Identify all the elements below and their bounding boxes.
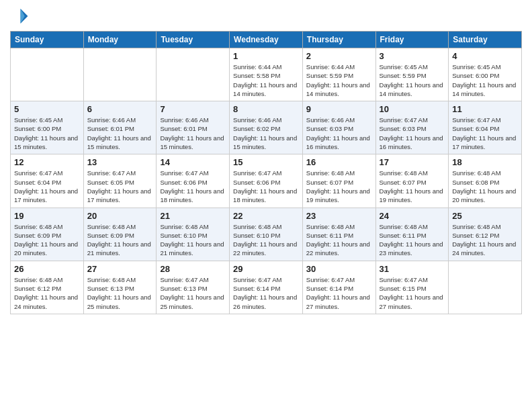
calendar-week-row: 12 Sunrise: 6:47 AMSunset: 6:04 PMDaylig… [11,154,522,208]
calendar-cell: 1 Sunrise: 6:44 AMSunset: 5:58 PMDayligh… [230,48,303,101]
day-number: 25 [452,211,518,221]
calendar-cell: 5 Sunrise: 6:45 AMSunset: 6:00 PMDayligh… [11,101,84,154]
calendar-cell: 9 Sunrise: 6:46 AMSunset: 6:03 PMDayligh… [302,101,375,154]
calendar-table: SundayMondayTuesdayWednesdayThursdayFrid… [10,31,522,314]
day-info: Sunrise: 6:45 AMSunset: 5:59 PMDaylight:… [380,62,445,98]
day-info: Sunrise: 6:48 AMSunset: 6:07 PMDaylight:… [306,169,372,204]
calendar-page: SundayMondayTuesdayWednesdayThursdayFrid… [0,0,532,411]
calendar-cell: 25 Sunrise: 6:48 AMSunset: 6:12 PMDaylig… [449,208,522,261]
day-info: Sunrise: 6:47 AMSunset: 6:04 PMDaylight:… [452,116,518,151]
weekday-header: Monday [83,32,157,48]
calendar-cell: 27 Sunrise: 6:48 AMSunset: 6:13 PMDaylig… [83,261,157,314]
calendar-cell: 8 Sunrise: 6:46 AMSunset: 6:02 PMDayligh… [230,101,303,154]
day-info: Sunrise: 6:48 AMSunset: 6:11 PMDaylight:… [380,222,445,258]
weekday-header: Wednesday [230,32,303,48]
day-info: Sunrise: 6:47 AMSunset: 6:04 PMDaylight:… [14,169,80,204]
day-info: Sunrise: 6:48 AMSunset: 6:13 PMDaylight:… [87,275,153,311]
day-number: 22 [233,211,299,221]
day-info: Sunrise: 6:48 AMSunset: 6:09 PMDaylight:… [87,222,153,258]
day-info: Sunrise: 6:48 AMSunset: 6:07 PMDaylight:… [380,169,445,204]
calendar-cell: 30 Sunrise: 6:47 AMSunset: 6:14 PMDaylig… [302,261,375,314]
day-info: Sunrise: 6:48 AMSunset: 6:09 PMDaylight:… [14,222,80,258]
day-info: Sunrise: 6:48 AMSunset: 6:10 PMDaylight:… [233,222,299,258]
weekday-header: Saturday [449,32,522,48]
day-number: 6 [87,104,153,114]
day-info: Sunrise: 6:45 AMSunset: 6:00 PMDaylight:… [14,116,80,151]
day-number: 20 [87,211,153,221]
day-number: 18 [452,157,518,167]
logo-icon [10,7,29,26]
day-number: 31 [380,264,445,274]
weekday-header-row: SundayMondayTuesdayWednesdayThursdayFrid… [11,32,522,48]
day-info: Sunrise: 6:48 AMSunset: 6:08 PMDaylight:… [452,169,518,204]
day-info: Sunrise: 6:45 AMSunset: 6:00 PMDaylight:… [452,62,518,98]
calendar-cell [11,48,84,101]
day-number: 27 [87,264,153,274]
calendar-cell: 11 Sunrise: 6:47 AMSunset: 6:04 PMDaylig… [449,101,522,154]
day-info: Sunrise: 6:47 AMSunset: 6:03 PMDaylight:… [380,116,445,151]
weekday-header: Sunday [11,32,84,48]
calendar-cell: 7 Sunrise: 6:46 AMSunset: 6:01 PMDayligh… [157,101,230,154]
day-info: Sunrise: 6:47 AMSunset: 6:05 PMDaylight:… [87,169,153,204]
calendar-cell: 2 Sunrise: 6:44 AMSunset: 5:59 PMDayligh… [302,48,375,101]
day-info: Sunrise: 6:46 AMSunset: 6:01 PMDaylight:… [160,116,226,151]
day-number: 24 [380,211,445,221]
header [10,7,522,26]
day-number: 28 [160,264,226,274]
calendar-cell: 16 Sunrise: 6:48 AMSunset: 6:07 PMDaylig… [302,154,375,208]
day-number: 8 [233,104,299,114]
weekday-header: Tuesday [157,32,230,48]
calendar-cell: 23 Sunrise: 6:48 AMSunset: 6:11 PMDaylig… [302,208,375,261]
day-number: 12 [14,157,80,167]
day-info: Sunrise: 6:47 AMSunset: 6:06 PMDaylight:… [160,169,226,204]
calendar-cell: 22 Sunrise: 6:48 AMSunset: 6:10 PMDaylig… [230,208,303,261]
day-number: 30 [306,264,372,274]
day-number: 4 [452,51,518,61]
calendar-cell [449,261,522,314]
day-number: 2 [306,51,372,61]
weekday-header: Friday [375,32,449,48]
calendar-week-row: 5 Sunrise: 6:45 AMSunset: 6:00 PMDayligh… [11,101,522,154]
day-number: 3 [380,51,445,61]
calendar-cell: 26 Sunrise: 6:48 AMSunset: 6:12 PMDaylig… [11,261,84,314]
calendar-cell: 29 Sunrise: 6:47 AMSunset: 6:14 PMDaylig… [230,261,303,314]
calendar-week-row: 26 Sunrise: 6:48 AMSunset: 6:12 PMDaylig… [11,261,522,314]
logo [10,7,32,26]
calendar-cell: 20 Sunrise: 6:48 AMSunset: 6:09 PMDaylig… [83,208,157,261]
calendar-cell: 13 Sunrise: 6:47 AMSunset: 6:05 PMDaylig… [83,154,157,208]
day-info: Sunrise: 6:47 AMSunset: 6:06 PMDaylight:… [233,169,299,204]
day-info: Sunrise: 6:48 AMSunset: 6:10 PMDaylight:… [160,222,226,258]
day-info: Sunrise: 6:48 AMSunset: 6:11 PMDaylight:… [306,222,372,258]
day-number: 9 [306,104,372,114]
day-number: 14 [160,157,226,167]
day-number: 29 [233,264,299,274]
day-number: 23 [306,211,372,221]
day-number: 11 [452,104,518,114]
day-info: Sunrise: 6:46 AMSunset: 6:01 PMDaylight:… [87,116,153,151]
calendar-cell: 17 Sunrise: 6:48 AMSunset: 6:07 PMDaylig… [375,154,449,208]
calendar-week-row: 19 Sunrise: 6:48 AMSunset: 6:09 PMDaylig… [11,208,522,261]
day-number: 7 [160,104,226,114]
day-number: 26 [14,264,80,274]
calendar-cell: 18 Sunrise: 6:48 AMSunset: 6:08 PMDaylig… [449,154,522,208]
calendar-cell: 14 Sunrise: 6:47 AMSunset: 6:06 PMDaylig… [157,154,230,208]
calendar-cell: 3 Sunrise: 6:45 AMSunset: 5:59 PMDayligh… [375,48,449,101]
day-info: Sunrise: 6:47 AMSunset: 6:14 PMDaylight:… [306,275,372,311]
calendar-cell: 10 Sunrise: 6:47 AMSunset: 6:03 PMDaylig… [375,101,449,154]
weekday-header: Thursday [302,32,375,48]
calendar-cell: 24 Sunrise: 6:48 AMSunset: 6:11 PMDaylig… [375,208,449,261]
day-info: Sunrise: 6:47 AMSunset: 6:13 PMDaylight:… [160,275,226,311]
day-number: 21 [160,211,226,221]
day-number: 10 [380,104,445,114]
calendar-week-row: 1 Sunrise: 6:44 AMSunset: 5:58 PMDayligh… [11,48,522,101]
day-info: Sunrise: 6:46 AMSunset: 6:02 PMDaylight:… [233,116,299,151]
calendar-cell: 31 Sunrise: 6:47 AMSunset: 6:15 PMDaylig… [375,261,449,314]
calendar-cell: 4 Sunrise: 6:45 AMSunset: 6:00 PMDayligh… [449,48,522,101]
calendar-cell: 21 Sunrise: 6:48 AMSunset: 6:10 PMDaylig… [157,208,230,261]
day-number: 15 [233,157,299,167]
day-number: 17 [380,157,445,167]
day-number: 16 [306,157,372,167]
calendar-cell: 28 Sunrise: 6:47 AMSunset: 6:13 PMDaylig… [157,261,230,314]
day-info: Sunrise: 6:44 AMSunset: 5:58 PMDaylight:… [233,62,299,98]
calendar-cell: 15 Sunrise: 6:47 AMSunset: 6:06 PMDaylig… [230,154,303,208]
